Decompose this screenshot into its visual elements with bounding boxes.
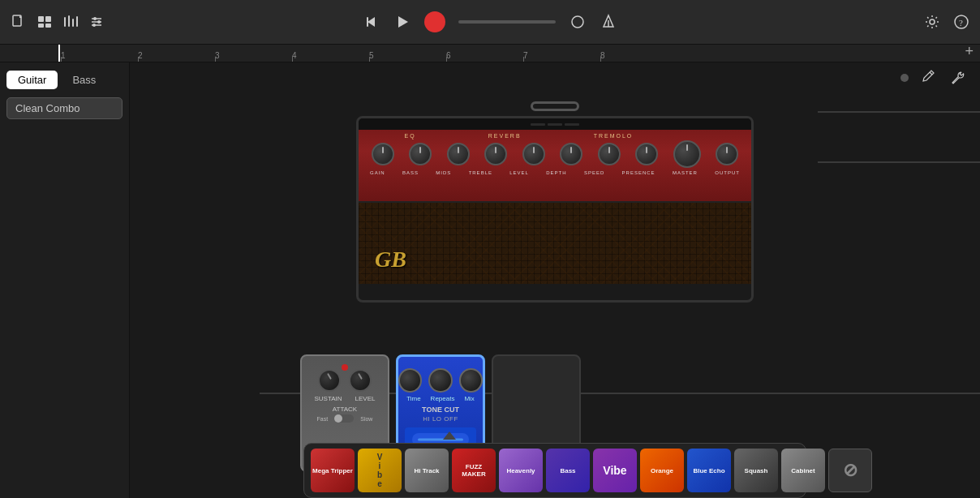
level-label-comp: LEVEL: [355, 395, 376, 402]
treble-label: TREBLE: [469, 170, 492, 175]
svg-rect-1: [38, 16, 44, 22]
toolbar-right: ?: [923, 13, 970, 31]
pedals-section: SUSTAIN LEVEL ATTACK Fast Slow: [130, 348, 980, 498]
amp-control-panel: EQ REVERB TREMOLO: [359, 130, 751, 203]
play-icon[interactable]: [393, 13, 411, 31]
layout-icon[interactable]: [36, 13, 54, 31]
amp-logo: GB: [375, 247, 406, 273]
help-icon[interactable]: ?: [952, 13, 970, 31]
amp-vent: [565, 123, 579, 126]
compressor-knob-labels: SUSTAIN LEVEL: [302, 395, 388, 402]
settings-icon[interactable]: [923, 13, 941, 31]
attack-toggle[interactable]: Fast Slow: [302, 414, 388, 423]
reverb-label: REVERB: [488, 133, 522, 139]
compressor-led: [342, 364, 348, 371]
ruler-add-button[interactable]: +: [965, 45, 974, 60]
new-project-icon[interactable]: [10, 13, 28, 31]
preset-button[interactable]: Clean Combo: [6, 97, 122, 119]
mix-knob[interactable]: [459, 368, 483, 393]
mids-label: MIDS: [436, 170, 451, 175]
picker-pedal-heavenly[interactable]: Heavenly: [499, 449, 543, 492]
ruler: 1 2 3 4 5 6 7 8 +: [0, 45, 980, 62]
svg-rect-8: [76, 16, 78, 27]
delay-hi-lo-off: HI LO OFF: [398, 415, 483, 423]
toggle-thumb: [334, 414, 342, 423]
svg-point-14: [92, 24, 96, 27]
cycle-icon[interactable]: [569, 13, 587, 31]
svg-text:?: ?: [959, 18, 963, 28]
compressor-knobs-area: [302, 356, 388, 392]
attack-toggle-switch[interactable]: [334, 414, 354, 423]
delay-knobs: [398, 357, 483, 393]
picker-pedal-blue-echo[interactable]: Blue Echo: [687, 449, 731, 492]
picker-pedal-squash[interactable]: Squash: [734, 449, 778, 492]
picker-pedal-mega-tripper[interactable]: Mega Tripper: [311, 449, 355, 492]
speed-label: SPEED: [584, 170, 604, 175]
sustain-knob[interactable]: [318, 369, 341, 392]
time-label: Time: [406, 395, 420, 402]
amp-handle-wrap: [531, 101, 579, 118]
treble-knob[interactable]: [484, 143, 507, 165]
picker-indicator: [443, 431, 456, 440]
svg-point-12: [93, 17, 97, 20]
output-knob[interactable]: [716, 143, 738, 165]
presence-label: PRESENCE: [622, 170, 655, 175]
gain-knob[interactable]: [372, 143, 394, 165]
picker-pedal-hitrack[interactable]: Hi Track: [405, 449, 449, 492]
attack-label-text: ATTACK: [302, 406, 388, 413]
mixer-icon[interactable]: [62, 13, 80, 31]
amp-speaker: GB: [359, 203, 751, 284]
amp-top-strip: [359, 118, 751, 130]
picker-pedal-cabinet-label: Cabinet: [781, 449, 825, 492]
master-knob[interactable]: [673, 140, 701, 168]
picker-pedal-bass[interactable]: Bass: [546, 449, 590, 492]
toolbar-left: [10, 13, 105, 31]
toolbar: ?: [0, 0, 980, 45]
mix-label: Mix: [464, 395, 474, 402]
bass-knob[interactable]: [409, 143, 432, 165]
picker-pedal-vibe-pro-label: Vibe: [593, 449, 637, 492]
svg-point-21: [930, 19, 935, 24]
bass-tab[interactable]: Bass: [61, 71, 107, 89]
amp-handle: [531, 101, 579, 111]
right-line-2: [818, 161, 980, 163]
picker-pedal-vibe-label: Vibe: [358, 449, 402, 492]
picker-pedal-fuzz[interactable]: FUZZ MAKER: [452, 449, 496, 492]
record-button[interactable]: [424, 11, 445, 32]
time-knob[interactable]: [398, 368, 422, 393]
picker-pedal-vibe-pro[interactable]: Vibe: [593, 449, 637, 492]
picker-pedal-cabinet[interactable]: Cabinet: [781, 449, 825, 492]
repeats-label: Repeats: [431, 395, 455, 402]
presence-knob[interactable]: [635, 143, 658, 165]
metronome-icon[interactable]: [600, 13, 617, 31]
picker-pedal-vibe[interactable]: Vibe: [358, 449, 402, 492]
level-knob[interactable]: [522, 143, 545, 165]
picker-pedal-hitrack-label: Hi Track: [405, 449, 449, 492]
timeline-slider[interactable]: [458, 20, 556, 24]
gain-label: GAIN: [370, 170, 385, 175]
ruler-inner: 1 2 3 4 5 6 7 8: [0, 51, 980, 60]
controls-icon[interactable]: [88, 13, 105, 31]
rewind-to-start-icon[interactable]: [363, 13, 380, 31]
ruler-mark-1: 1: [61, 51, 138, 60]
picker-pedal-squash-label: Squash: [734, 449, 778, 492]
speed-knob[interactable]: [598, 143, 621, 165]
bass-label: BASS: [402, 170, 419, 175]
level-knob-comp[interactable]: [349, 369, 372, 392]
depth-knob[interactable]: [560, 143, 582, 165]
tremolo-label: TREMOLO: [594, 133, 634, 139]
svg-marker-17: [398, 16, 408, 28]
guitar-tab[interactable]: Guitar: [6, 71, 58, 89]
amp-knobs-row: [368, 140, 741, 168]
svg-rect-6: [68, 15, 70, 27]
picker-pedal-bass-label: Bass: [546, 449, 590, 492]
output-label: OUTPUT: [715, 170, 740, 175]
picker-pedal-mega-tripper-label: Mega Tripper: [311, 449, 355, 492]
picker-pedal-none[interactable]: ⊘: [828, 449, 872, 492]
repeats-knob[interactable]: [428, 368, 452, 393]
mids-knob[interactable]: [447, 143, 470, 165]
svg-point-18: [572, 16, 583, 28]
ruler-mark-5: 5: [369, 51, 446, 60]
picker-pedal-orange[interactable]: Orange: [640, 449, 684, 492]
amp-body: EQ REVERB TREMOLO: [356, 116, 754, 303]
